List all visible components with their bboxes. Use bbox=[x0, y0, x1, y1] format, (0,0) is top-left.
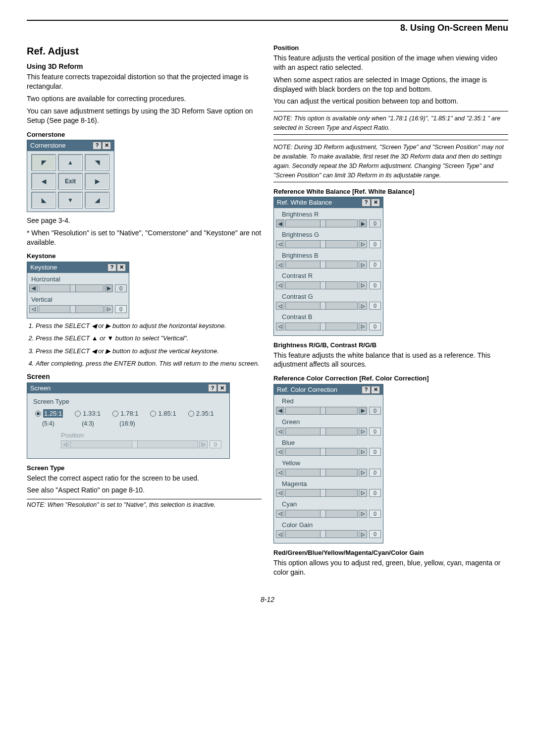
arrow-left-icon[interactable]: ◁ bbox=[276, 489, 284, 497]
close-icon[interactable]: ✕ bbox=[117, 264, 126, 271]
arrow-left-icon[interactable]: ◁ bbox=[276, 240, 284, 248]
keystone-vertical-slider[interactable]: ◁ ▷ 0 bbox=[29, 305, 127, 313]
corner-bottom-right[interactable]: ◢ bbox=[85, 192, 109, 209]
arrow-right-icon[interactable]: ▷ bbox=[359, 428, 367, 435]
text-3dreform-3: You can save adjustment settings by usin… bbox=[27, 107, 262, 125]
arrow-right-icon[interactable]: ▷ bbox=[359, 323, 367, 330]
adjust-slider[interactable]: ◀▶0 bbox=[276, 407, 381, 415]
arrow-left-icon[interactable]: ◁ bbox=[276, 448, 284, 456]
close-icon[interactable]: ✕ bbox=[217, 384, 226, 392]
radio-icon[interactable] bbox=[150, 411, 156, 417]
adjust-slider[interactable]: ◁▷0 bbox=[276, 489, 381, 497]
ratio-sublabel: (4:3) bbox=[82, 420, 94, 428]
close-icon[interactable]: ✕ bbox=[102, 142, 111, 150]
note-block-1: NOTE: This option is available only when… bbox=[273, 111, 508, 135]
help-icon[interactable]: ? bbox=[107, 264, 116, 271]
corner-right[interactable]: ▶ bbox=[85, 173, 109, 190]
arrow-right-icon[interactable]: ▷ bbox=[359, 530, 367, 538]
arrow-right-icon[interactable]: ▶ bbox=[359, 407, 367, 415]
arrow-right-icon[interactable]: ▶ bbox=[105, 284, 113, 292]
adjust-slider[interactable]: ◁▷0 bbox=[276, 530, 381, 538]
arrow-right-icon[interactable]: ▷ bbox=[359, 240, 367, 248]
corner-top-right[interactable]: ◥ bbox=[85, 154, 109, 171]
screen-ratio-option[interactable]: 2.35:1 bbox=[188, 409, 214, 428]
corner-top[interactable]: ▲ bbox=[58, 154, 83, 171]
adjust-slider[interactable]: ◁▷0 bbox=[276, 261, 381, 269]
arrow-right-icon[interactable]: ▷ bbox=[359, 448, 367, 456]
arrow-left-icon[interactable]: ◁ bbox=[276, 428, 284, 435]
arrow-left-icon[interactable]: ◁ bbox=[276, 302, 284, 310]
arrow-left-icon[interactable]: ◁ bbox=[276, 530, 284, 538]
position-slider: ◁ ▷ 0 bbox=[61, 440, 221, 448]
adjust-slider[interactable]: ◁▷0 bbox=[276, 240, 381, 248]
adjust-slider[interactable]: ◁▷0 bbox=[276, 469, 381, 477]
heading-screen-type: Screen Type bbox=[27, 464, 262, 473]
note-2-text: NOTE: During 3D Reform adjustment, "Scre… bbox=[273, 144, 504, 179]
arrow-right-icon[interactable]: ▷ bbox=[359, 261, 367, 269]
ratio-sublabel: (5:4) bbox=[42, 420, 54, 428]
arrow-left-icon[interactable]: ◁ bbox=[276, 323, 284, 330]
radio-icon[interactable] bbox=[75, 411, 81, 417]
help-icon[interactable]: ? bbox=[208, 384, 217, 392]
arrow-left-icon[interactable]: ◁ bbox=[276, 469, 284, 477]
adjust-slider[interactable]: ◁▷0 bbox=[276, 428, 381, 435]
ratio-label: 1.78:1 bbox=[120, 409, 138, 418]
arrow-left-icon[interactable]: ◁ bbox=[29, 305, 38, 313]
close-icon[interactable]: ✕ bbox=[371, 199, 380, 207]
arrow-left-icon[interactable]: ◀ bbox=[29, 284, 38, 292]
adjust-slider[interactable]: ◁▷0 bbox=[276, 510, 381, 518]
help-icon[interactable]: ? bbox=[93, 142, 102, 150]
arrow-right-icon[interactable]: ▷ bbox=[359, 489, 367, 497]
radio-icon[interactable] bbox=[112, 411, 118, 417]
slider-label: Blue bbox=[276, 437, 381, 447]
arrow-left-icon[interactable]: ◁ bbox=[276, 510, 284, 518]
screen-ratio-option[interactable]: 1.78:1(16:9) bbox=[112, 409, 138, 428]
arrow-right-icon[interactable]: ▷ bbox=[359, 510, 367, 518]
arrow-right-icon[interactable]: ▷ bbox=[105, 305, 113, 313]
slider-label: Color Gain bbox=[276, 520, 381, 530]
adjust-slider[interactable]: ◁▷0 bbox=[276, 302, 381, 310]
arrow-right-icon[interactable]: ▷ bbox=[359, 302, 367, 310]
help-icon[interactable]: ? bbox=[362, 386, 371, 394]
arrow-left-icon[interactable]: ◀ bbox=[276, 407, 284, 415]
heading-cornerstone: Cornerstone bbox=[27, 130, 262, 139]
screen-ratio-option[interactable]: 1.25:1(5:4) bbox=[35, 409, 63, 428]
header-rule bbox=[27, 20, 508, 21]
corner-left[interactable]: ◀ bbox=[31, 173, 56, 190]
screen-ratio-option[interactable]: 1.85:1 bbox=[150, 409, 176, 428]
radio-icon[interactable] bbox=[188, 411, 194, 417]
slider-label: Brightness R bbox=[276, 209, 381, 219]
radio-icon[interactable] bbox=[35, 411, 41, 417]
text-position-2: When some aspect ratios are selected in … bbox=[273, 75, 508, 94]
adjust-slider[interactable]: ◀▶0 bbox=[276, 219, 381, 227]
screen-ratio-option[interactable]: 1.33:1(4:3) bbox=[75, 409, 101, 428]
note-1-text: NOTE: This option is available only when… bbox=[273, 115, 500, 131]
corner-exit-button[interactable]: Exit bbox=[58, 173, 83, 190]
slider-value: 0 bbox=[369, 323, 381, 330]
close-icon[interactable]: ✕ bbox=[371, 386, 380, 394]
corner-top-left[interactable]: ◤ bbox=[31, 154, 56, 171]
adjust-slider[interactable]: ◁▷0 bbox=[276, 323, 381, 330]
arrow-right-icon[interactable]: ▶ bbox=[359, 219, 367, 227]
adjust-slider[interactable]: ◁▷0 bbox=[276, 448, 381, 456]
adjust-slider[interactable]: ◁▷0 bbox=[276, 281, 381, 289]
slider-value: 0 bbox=[369, 281, 381, 289]
heading-brightness-contrast: Brightness R/G/B, Contrast R/G/B bbox=[273, 341, 508, 350]
see-page-text: See page 3-4. bbox=[27, 216, 262, 225]
arrow-left-icon[interactable]: ◁ bbox=[276, 281, 284, 289]
corner-bottom-left[interactable]: ◣ bbox=[31, 192, 56, 209]
help-icon[interactable]: ? bbox=[362, 199, 371, 207]
right-column: Position This feature adjusts the vertic… bbox=[273, 43, 508, 580]
arrow-right-icon[interactable]: ▷ bbox=[359, 281, 367, 289]
text-screen-type-2: See also "Aspect Ratio" on page 8-10. bbox=[27, 486, 262, 495]
left-column: Ref. Adjust Using 3D Reform This feature… bbox=[27, 43, 262, 580]
heading-white-balance: Reference White Balance [Ref. White Bala… bbox=[273, 187, 508, 196]
arrow-left-icon[interactable]: ◀ bbox=[276, 219, 284, 227]
ratio-label: 1.85:1 bbox=[158, 409, 176, 418]
text-position-3: You can adjust the vertical position bet… bbox=[273, 97, 508, 106]
arrow-left-icon[interactable]: ◁ bbox=[276, 261, 284, 269]
corner-bottom[interactable]: ▼ bbox=[58, 192, 83, 209]
keystone-horizontal-slider[interactable]: ◀ ▶ 0 bbox=[29, 284, 127, 292]
arrow-right-icon[interactable]: ▷ bbox=[359, 469, 367, 477]
ratio-label: 1.25:1 bbox=[43, 409, 63, 418]
